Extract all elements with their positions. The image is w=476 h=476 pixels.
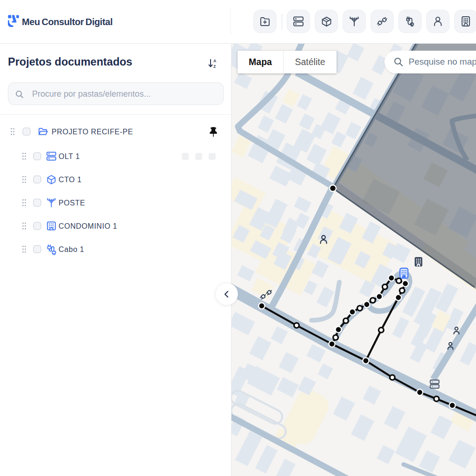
svg-text:CONDOMINIO 1: CONDOMINIO 1 xyxy=(59,222,117,230)
svg-text:Z: Z xyxy=(213,64,216,69)
svg-text:PROJETO RECIFE-PE: PROJETO RECIFE-PE xyxy=(52,128,133,136)
svg-text:OLT 1: OLT 1 xyxy=(59,152,80,160)
svg-text:POSTE: POSTE xyxy=(59,199,85,207)
svg-text:Cabo 1: Cabo 1 xyxy=(59,245,84,253)
svg-text:A: A xyxy=(213,59,216,63)
svg-text:CTO 1: CTO 1 xyxy=(59,176,82,184)
